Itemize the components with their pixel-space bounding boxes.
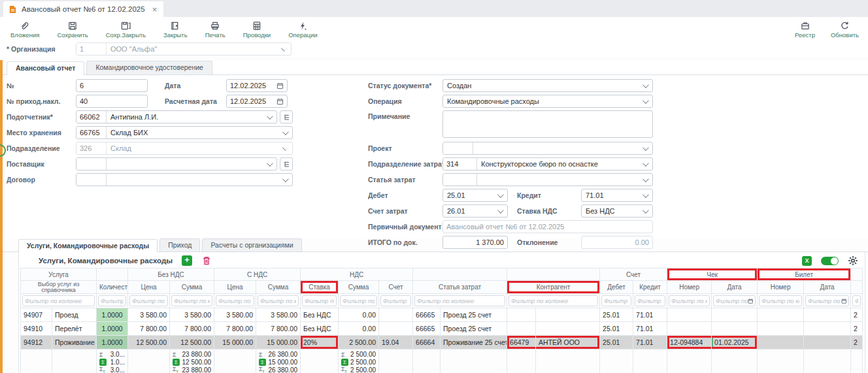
registry-button[interactable]: Реестр [795,21,815,39]
cost-item-select[interactable] [442,173,653,186]
cell[interactable]: 2 [851,308,863,322]
cell[interactable]: Проживание [52,336,97,349]
delete-row-button[interactable] [201,255,212,266]
filter-input[interactable] [101,297,124,304]
column-header[interactable]: Цена [128,281,170,294]
filter-input[interactable] [761,297,799,304]
cell[interactable]: 25.01 [600,308,633,322]
cell[interactable]: 3 580.00 [128,308,170,322]
supplier-code-field[interactable] [76,158,107,170]
cell[interactable]: 3 580.00 [170,308,214,322]
cell[interactable] [536,308,600,322]
invoice-number-field[interactable] [76,95,148,108]
cell[interactable]: 12-094884 [667,336,712,349]
tab-receipt[interactable]: Приход [159,238,200,251]
column-header[interactable]: Сумма [170,281,214,294]
cell[interactable]: 66479 [507,336,536,349]
cell[interactable]: 94910 [21,322,52,336]
cell[interactable]: 66665 [413,308,441,322]
cell[interactable]: 25.01 [600,322,633,336]
cell[interactable]: 2 [851,336,863,349]
cell[interactable] [507,322,536,336]
column-header[interactable]: Ставка [301,281,339,294]
cell[interactable]: 7 800.00 [170,322,214,336]
cost-item-code-field[interactable] [443,174,477,186]
cell[interactable]: 7 800.00 [214,322,256,336]
cell[interactable] [667,322,712,336]
calc-date-field[interactable] [226,95,288,108]
filter-input[interactable] [383,297,409,304]
filter-input[interactable] [342,297,375,304]
save-button[interactable]: Сохранить [58,21,88,39]
total-field[interactable] [442,236,508,249]
credit-select[interactable]: 71.01 [581,189,653,202]
cell[interactable]: 20% [301,336,339,349]
filter-input[interactable] [25,297,92,304]
column-header[interactable]: Номер [667,281,712,294]
tab-services-travel-expenses[interactable]: Услуги, Командировочные расходы [18,239,158,252]
cell[interactable] [379,308,413,322]
supplier-select[interactable] [76,157,277,170]
column-header[interactable]: Номер [758,281,804,294]
cell[interactable]: 0.00 [339,322,379,336]
accountable-select[interactable]: Антипина Л.И. [76,110,277,123]
cell[interactable]: 94907 [21,308,52,322]
cell[interactable]: 71.01 [633,308,667,322]
grid-toggle-switch[interactable] [821,257,839,265]
filter-input[interactable] [808,297,841,304]
column-header[interactable]: Цена [214,281,256,294]
tab-advance-report[interactable]: Авансовый отчет [7,61,84,75]
calc-date-input[interactable] [227,97,276,105]
contract-code-field[interactable] [76,174,107,186]
cell[interactable]: 12 500.00 [128,336,170,349]
cell[interactable] [667,308,712,322]
cell[interactable]: 15 000.00 [256,336,301,349]
cell[interactable]: 15 000.00 [214,336,256,349]
cell[interactable]: Без НДС [301,322,339,336]
filter-input[interactable] [637,297,663,304]
document-tab[interactable]: Авансовый отчет №6 от 12.02.2025 × [3,1,163,17]
supplier-lookup-button[interactable] [280,157,293,170]
cell[interactable]: Проезд 25 счет [441,308,507,322]
accountable-lookup-button[interactable] [280,110,293,123]
table-row[interactable]: 94912Проживание1.000012 500.0012 500.001… [21,336,863,349]
tab-travel-certificate[interactable]: Командировочное удостоверение [86,61,212,74]
column-header[interactable]: Дебет [600,281,633,294]
column-header[interactable]: Статья затрат [413,281,507,294]
cell[interactable] [758,308,804,322]
cell[interactable] [804,336,851,349]
cell[interactable]: 12 500.00 [170,336,214,349]
operation-select[interactable]: Командировочные расходы [442,95,653,108]
excel-export-button[interactable]: X [802,256,812,266]
cell[interactable]: 71.01 [633,322,667,336]
cell[interactable]: Проживание 25 счет [441,336,507,349]
tab-close-icon[interactable]: × [152,5,158,14]
table-row[interactable]: 94907Проезд1.00003 580.003 580.003 580.0… [21,308,863,322]
attachments-button[interactable]: Вложения [10,21,40,39]
cost-department-code-field[interactable] [443,158,477,170]
cell[interactable]: 25.01 [600,336,633,349]
cell[interactable] [712,308,758,322]
filter-input[interactable] [716,297,748,304]
cell[interactable] [379,322,413,336]
column-header[interactable]: Счет [379,281,413,294]
gear-icon[interactable] [848,255,858,266]
status-select[interactable]: Создан [442,79,653,92]
cost-account-select[interactable]: 26.01 [442,204,508,218]
number-field[interactable] [76,79,148,92]
organization-select[interactable]: ООО "Альфа" [76,42,292,56]
cell[interactable] [758,322,804,336]
column-header[interactable]: Сумма [339,281,379,294]
tab-settlements[interactable]: Расчеты с организациями [202,238,301,251]
cell[interactable]: Проезд [52,308,97,322]
filter-input[interactable] [855,297,858,304]
operations-button[interactable]: Операции [288,21,317,39]
cell[interactable]: 2 500.00 [339,336,379,349]
cell[interactable]: 66664 [413,336,441,349]
cell[interactable]: 1.0000 [97,336,128,349]
cell[interactable]: Перелёт [52,322,97,336]
close-button[interactable]: Закрыть [163,21,188,39]
cell[interactable]: 0.00 [339,308,379,322]
project-select[interactable] [442,142,653,155]
note-field[interactable] [442,110,653,138]
